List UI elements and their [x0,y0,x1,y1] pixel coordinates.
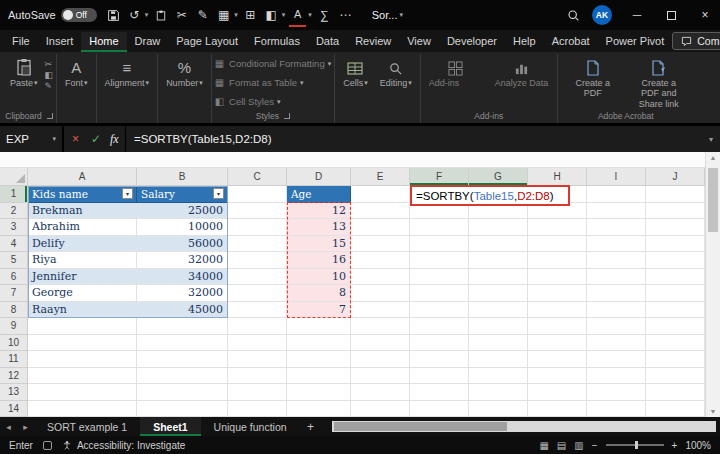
cell-B13[interactable] [137,384,228,401]
name-box[interactable]: EXP ▾ [0,126,64,152]
tab-review[interactable]: Review [347,32,399,52]
format-painter-icon[interactable]: ✎ [45,81,54,91]
cell-D7[interactable]: 8 [287,285,351,302]
cell-B3[interactable]: 10000 [137,219,228,236]
analyze-data-button[interactable]: Analyze Data [490,55,554,88]
window-title-area[interactable]: Sor... ▾ [372,9,403,21]
cell-J3[interactable] [646,219,705,236]
cell-D3[interactable]: 13 [287,219,351,236]
column-header-H[interactable]: H [528,168,587,186]
cell-G14[interactable] [469,401,528,418]
horizontal-scrollbar[interactable] [332,421,716,432]
row-header-6[interactable]: 6 [0,269,28,286]
cell-A14[interactable] [28,401,137,418]
cell-B11[interactable] [137,351,228,368]
tab-acrobat[interactable]: Acrobat [544,32,598,52]
cell-E9[interactable] [351,318,410,335]
sheet-tab-sort-example-1[interactable]: SORT example 1 [34,417,140,436]
save-icon[interactable] [105,3,122,27]
cell-C7[interactable] [228,285,287,302]
cell-I8[interactable] [587,302,646,319]
cell-A6[interactable]: Jennifer [28,269,137,286]
column-header-D[interactable]: D [287,168,351,186]
insert-function-icon[interactable]: fx [104,126,123,152]
cell-J7[interactable] [646,285,705,302]
horizontal-scrollbar-thumb[interactable] [334,422,507,431]
zoom-slider[interactable] [606,444,664,446]
cell-H12[interactable] [528,368,587,385]
sheet-nav-left-icon[interactable]: ◂ [0,417,17,436]
cell-D2[interactable]: 12 [287,203,351,220]
number-group-button[interactable]: % Number▾ [161,55,208,88]
cell-F12[interactable] [410,368,469,385]
cell-J12[interactable] [646,368,705,385]
cell-C11[interactable] [228,351,287,368]
cell-F10[interactable] [410,335,469,352]
cell-F7[interactable] [410,285,469,302]
tab-power-pivot[interactable]: Power Pivot [598,32,673,52]
page-layout-view-icon[interactable]: ▤ [557,440,566,451]
cell-F9[interactable] [410,318,469,335]
row-header-7[interactable]: 7 [0,285,28,302]
column-header-G[interactable]: G [469,168,528,186]
tab-view[interactable]: View [399,32,439,52]
cancel-icon[interactable]: × [66,126,85,152]
cell-D11[interactable] [287,351,351,368]
cell-I4[interactable] [587,236,646,253]
cell-A7[interactable]: George [28,285,137,302]
cell-I12[interactable] [587,368,646,385]
row-header-5[interactable]: 5 [0,252,28,269]
tab-help[interactable]: Help [505,32,544,52]
font-color-icon[interactable]: A [289,3,306,27]
cell-A4[interactable]: Delify [28,236,137,253]
row-header-14[interactable]: 14 [0,401,28,418]
zoom-out-icon[interactable]: − [592,440,598,451]
tab-insert[interactable]: Insert [38,32,82,52]
normal-view-icon[interactable]: ▦ [539,440,548,451]
cell-G3[interactable] [469,219,528,236]
column-header-F[interactable]: F [410,168,469,186]
row-header-4[interactable]: 4 [0,236,28,253]
cell-J8[interactable] [646,302,705,319]
cell-H6[interactable] [528,269,587,286]
cell-E10[interactable] [351,335,410,352]
cell-G6[interactable] [469,269,528,286]
cell-D14[interactable] [287,401,351,418]
clipboard-icon[interactable] [152,3,169,27]
cell-J2[interactable] [646,203,705,220]
page-break-view-icon[interactable]: ▥ [574,440,583,451]
cell-F6[interactable] [410,269,469,286]
column-header-E[interactable]: E [351,168,410,186]
cells-group-button[interactable]: Cells▾ [338,55,373,88]
cell-G13[interactable] [469,384,528,401]
column-header-A[interactable]: A [28,168,137,186]
cell-E11[interactable] [351,351,410,368]
cell-D9[interactable] [287,318,351,335]
cell-H9[interactable] [528,318,587,335]
cell-B10[interactable] [137,335,228,352]
cell-E13[interactable] [351,384,410,401]
enter-check-icon[interactable]: ✓ [85,126,104,152]
cell-B5[interactable]: 32000 [137,252,228,269]
scroll-up-icon[interactable]: ▲ [706,154,720,161]
cell-J1[interactable] [646,186,705,203]
editing-group-button[interactable]: Editing▾ [375,55,417,88]
tab-draw[interactable]: Draw [127,32,169,52]
cell-styles-button[interactable]: ◧ Cell Styles ▾ [215,93,281,110]
cell-H3[interactable] [528,219,587,236]
cell-F14[interactable] [410,401,469,418]
cell-D10[interactable] [287,335,351,352]
cell-H5[interactable] [528,252,587,269]
cell-I9[interactable] [587,318,646,335]
row-header-12[interactable]: 12 [0,368,28,385]
cell-F4[interactable] [410,236,469,253]
select-all-button[interactable] [0,168,28,186]
filter-dropdown-icon[interactable]: ▾ [122,188,133,199]
cell-F5[interactable] [410,252,469,269]
cell-A8[interactable]: Raayn [28,302,137,319]
cell-G9[interactable] [469,318,528,335]
cell-J5[interactable] [646,252,705,269]
cell-I14[interactable] [587,401,646,418]
cell-E5[interactable] [351,252,410,269]
cell-H10[interactable] [528,335,587,352]
